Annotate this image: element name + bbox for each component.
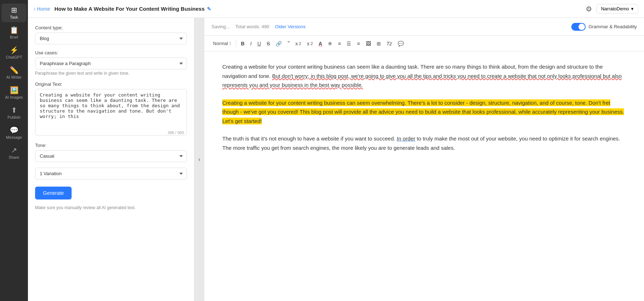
bold-button[interactable]: B (238, 39, 247, 48)
quote-button[interactable]: " (285, 39, 292, 49)
sidebar-item-message[interactable]: 💬 Message (1, 124, 26, 142)
edit-icon[interactable]: ✎ (207, 6, 211, 12)
user-label: NarratoDemo (601, 6, 629, 11)
text-style-label: Normal (213, 41, 228, 46)
p3-text-start: The truth is that it's not enough to hav… (222, 135, 397, 142)
generate-button[interactable]: Generate (35, 187, 72, 199)
clear-format-button[interactable]: Tz (384, 39, 395, 48)
paragraph-3: The truth is that it's not enough to hav… (222, 134, 626, 152)
use-cases-select[interactable]: Paraphrase a Paragraph Summarize Expand … (35, 58, 187, 69)
sidebar-item-message-label: Message (6, 135, 22, 139)
ai-writer-icon: ✏️ (10, 66, 19, 74)
saving-status: Saving... (212, 24, 230, 29)
tone-select[interactable]: Casual Formal Friendly Professional (35, 150, 187, 162)
use-cases-hint: Paraphrase the given text and write in g… (35, 71, 187, 76)
word-count: Total words: 490 (236, 24, 270, 29)
settings-button[interactable]: ⚙ (586, 5, 592, 13)
share-icon: ↗ (11, 147, 17, 154)
chevron-left-icon: ‹ (34, 6, 35, 12)
original-text-label: Original Text: (35, 82, 187, 87)
content-type-label: Content type: (35, 25, 187, 30)
variation-select[interactable]: 1 Variation 2 Variations 3 Variations (35, 168, 187, 179)
sidebar-item-brief-label: Brief (10, 35, 18, 39)
sidebar-item-share-label: Share (9, 155, 19, 159)
chatgpt-icon: ⚡ (10, 46, 19, 54)
special-chars-button[interactable]: ※ (325, 39, 335, 48)
publish-icon: ⬆ (11, 107, 17, 114)
link-button[interactable]: 🔗 (273, 39, 284, 48)
content-type-select[interactable]: Blog Article Social Media Email (35, 33, 187, 44)
message-icon: 💬 (10, 127, 19, 134)
original-text-wrap: Creating a website for your content writ… (35, 89, 187, 137)
word-count-value: 490 (262, 24, 270, 29)
user-dropdown[interactable]: NarratoDemo ▾ (596, 4, 638, 14)
content-area: Content type: Blog Article Social Media … (28, 18, 644, 301)
style-divider-icon: ⁝ (229, 41, 231, 46)
collapse-panel-button[interactable]: ‹ (194, 18, 204, 301)
topbar: ‹ Home How to Make A Website For Your Co… (28, 0, 644, 18)
sidebar-item-brief[interactable]: 📋 Brief (1, 24, 26, 42)
sidebar-item-chatgpt[interactable]: ⚡ ChatGPT (1, 44, 26, 62)
sidebar-item-ai-writer[interactable]: ✏️ AI Writer (1, 64, 26, 82)
grammar-label: Grammar & Readability (589, 24, 637, 29)
sidebar-item-publish[interactable]: ⬆ Publish (1, 104, 26, 122)
ai-images-icon: 🖼️ (10, 87, 19, 94)
title-text: How to Make A Website For Your Content W… (54, 6, 204, 12)
unordered-list-button[interactable]: ☰ (344, 39, 354, 48)
grammar-toggle[interactable] (571, 23, 586, 31)
sidebar-item-ai-images[interactable]: 🖼️ AI Images (1, 84, 26, 102)
back-label: Home (37, 6, 50, 12)
dropdown-chevron-icon: ▾ (631, 6, 634, 11)
older-versions-link[interactable]: Older Versions (275, 24, 305, 29)
subscript-button[interactable]: x2 (293, 39, 304, 48)
toolbar: Normal ⁝ B I U S 🔗 " x2 x2 A ※ ≡ ☰ ≡ 🖼 ⊞… (204, 36, 644, 51)
p2-highlighted-text: Creating a website for your content writ… (222, 99, 624, 124)
editor-content[interactable]: Creating a website for your content writ… (204, 51, 644, 301)
ordered-list-button[interactable]: ≡ (335, 39, 343, 48)
image-button[interactable]: 🖼 (363, 39, 373, 48)
underline-button[interactable]: U (255, 39, 263, 48)
use-cases-label: Use cases: (35, 50, 187, 55)
variation-group: 1 Variation 2 Variations 3 Variations (35, 168, 187, 179)
brief-icon: 📋 (10, 26, 19, 34)
sidebar-item-share[interactable]: ↗ Share (1, 144, 26, 162)
left-panel: Content type: Blog Article Social Media … (28, 18, 194, 301)
back-button[interactable]: ‹ Home (34, 6, 50, 12)
sidebar-item-publish-label: Publish (8, 115, 20, 119)
sidebar-item-ai-images-label: AI Images (5, 95, 23, 99)
sidebar-item-ai-writer-label: AI Writer (6, 75, 22, 79)
sidebar-item-chatgpt-label: ChatGPT (6, 55, 22, 59)
main-area: ‹ Home How to Make A Website For Your Co… (28, 0, 644, 301)
align-button[interactable]: ≡ (354, 39, 362, 48)
collapse-arrow-icon: ‹ (198, 156, 200, 163)
task-icon: ⊞ (11, 6, 17, 14)
page-title: How to Make A Website For Your Content W… (54, 6, 581, 12)
grammar-toggle-group: Grammar & Readability (571, 23, 637, 31)
text-style-selector[interactable]: Normal ⁝ (210, 39, 234, 48)
strikethrough-button[interactable]: S (264, 39, 272, 48)
original-text-group: Original Text: Creating a website for yo… (35, 82, 187, 137)
content-type-group: Content type: Blog Article Social Media … (35, 25, 187, 44)
p3-text-underlined: In order (397, 135, 415, 142)
use-cases-group: Use cases: Paraphrase a Paragraph Summar… (35, 50, 187, 76)
original-text-input[interactable]: Creating a website for your content writ… (35, 89, 187, 135)
word-count-label: Total words: (236, 24, 260, 29)
editor-area: Saving... Total words: 490 Older Version… (204, 18, 644, 301)
paragraph-1: Creating a website for your content writ… (222, 62, 626, 90)
sidebar: ⊞ Task 📋 Brief ⚡ ChatGPT ✏️ AI Writer 🖼️… (0, 0, 28, 301)
paragraph-2-highlighted: Creating a website for your content writ… (222, 98, 626, 126)
disclaimer-text: Make sure you manually review all AI gen… (35, 205, 187, 210)
tone-label: Tone: (35, 143, 187, 148)
editor-topbar: Saving... Total words: 490 Older Version… (204, 18, 644, 36)
sidebar-item-task[interactable]: ⊞ Task (1, 4, 26, 22)
p1-text-underlined: But don't worry; in this blog post, we'r… (222, 73, 622, 88)
char-count: 396 / 900 (168, 130, 184, 135)
comment-button[interactable]: 💬 (395, 39, 406, 48)
color-button[interactable]: A (316, 39, 325, 48)
topbar-right: ⚙ NarratoDemo ▾ (586, 4, 638, 14)
sidebar-item-task-label: Task (10, 15, 18, 19)
superscript-button[interactable]: x2 (305, 39, 315, 48)
toolbar-separator-1 (236, 40, 236, 47)
table-button[interactable]: ⊞ (374, 39, 383, 48)
italic-button[interactable]: I (248, 39, 254, 48)
